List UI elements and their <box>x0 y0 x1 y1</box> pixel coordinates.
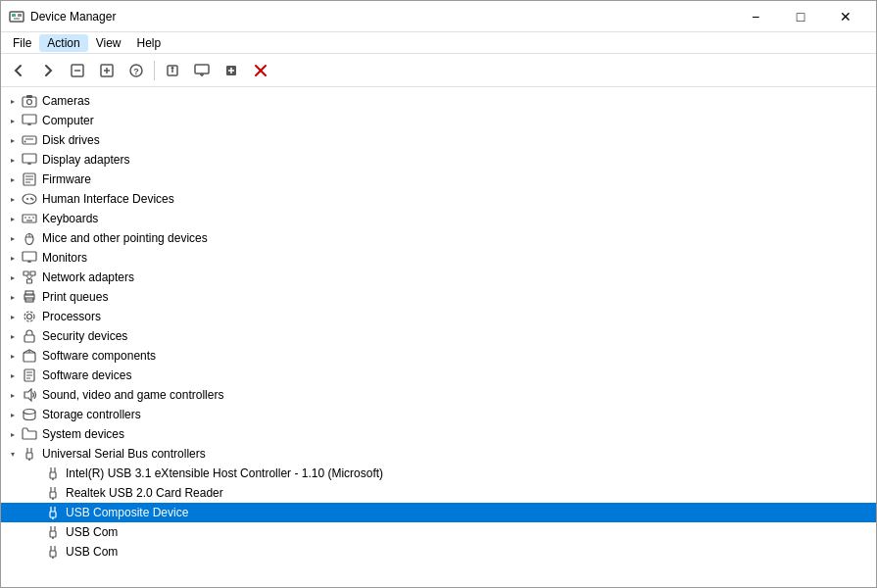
tree-item-realtek-card-reader[interactable]: Realtek USB 2.0 Card Reader <box>1 483 876 503</box>
menu-action[interactable]: Action <box>39 34 87 52</box>
back-button[interactable] <box>5 58 32 83</box>
expander-usb-controllers[interactable] <box>5 446 21 462</box>
expander-firmware[interactable] <box>5 172 21 187</box>
svg-rect-1 <box>12 14 16 17</box>
svg-rect-76 <box>50 472 56 478</box>
expander-cameras[interactable] <box>5 93 21 109</box>
window-controls: − □ ✕ <box>733 1 868 32</box>
device-icon-print-queues <box>21 289 38 305</box>
device-icon-sound-video <box>21 387 38 403</box>
tree-item-keyboards[interactable]: Keyboards <box>1 209 876 228</box>
device-label-software-components: Software components <box>42 349 156 363</box>
svg-rect-50 <box>23 252 36 261</box>
tree-item-computer[interactable]: Computer <box>1 111 876 130</box>
help-button[interactable]: ? <box>122 58 150 83</box>
tree-item-monitors[interactable]: Monitors <box>1 248 876 268</box>
expand-button[interactable] <box>93 58 121 83</box>
device-icon-mice <box>21 230 38 246</box>
tree-item-storage-controllers[interactable]: Storage controllers <box>1 405 876 424</box>
maximize-button[interactable]: □ <box>778 1 823 32</box>
expander-software-components[interactable] <box>5 348 21 364</box>
svg-rect-2 <box>18 14 22 17</box>
expander-disk-drives[interactable] <box>5 132 21 148</box>
tree-item-software-devices[interactable]: Software devices <box>1 366 876 385</box>
device-icon-realtek-card-reader <box>44 485 62 501</box>
tree-item-software-components[interactable]: Software components <box>1 346 876 366</box>
close-button[interactable]: ✕ <box>823 1 868 32</box>
expander-system-devices[interactable] <box>5 426 21 442</box>
device-label-system-devices: System devices <box>42 427 124 441</box>
tree-item-processors[interactable]: Processors <box>1 307 876 326</box>
device-icon-cameras <box>21 93 38 109</box>
svg-rect-21 <box>23 97 36 107</box>
expander-computer[interactable] <box>5 113 21 128</box>
tree-item-disk-drives[interactable]: Disk drives <box>1 130 876 150</box>
expander-display-adapters[interactable] <box>5 152 21 168</box>
svg-rect-23 <box>26 95 32 98</box>
expander-storage-controllers[interactable] <box>5 407 21 422</box>
menu-help[interactable]: Help <box>129 34 170 52</box>
device-label-sound-video: Sound, video and game controllers <box>42 388 223 402</box>
tree-item-firmware[interactable]: Firmware <box>1 170 876 189</box>
tree-item-usb-com2[interactable]: USB Com <box>1 542 876 562</box>
expander-monitors[interactable] <box>5 250 21 266</box>
device-label-mice: Mice and other pointing devices <box>42 231 208 245</box>
expander-print-queues[interactable] <box>5 289 21 305</box>
device-label-firmware: Firmware <box>42 172 91 186</box>
update-driver-button[interactable] <box>159 58 186 83</box>
app-icon <box>9 9 24 24</box>
show-hide-button[interactable] <box>64 58 91 83</box>
svg-point-22 <box>27 100 32 105</box>
tree-item-security-devices[interactable]: Security devices <box>1 326 876 346</box>
tree-item-usb-com1[interactable]: USB Com <box>1 522 876 542</box>
device-icon-software-components <box>21 348 38 364</box>
tree-item-usb-controllers[interactable]: Universal Serial Bus controllers <box>1 444 876 464</box>
tree-item-usb-composite[interactable]: USB Composite Device <box>1 503 876 522</box>
menu-file[interactable]: File <box>5 34 39 52</box>
back-icon <box>12 64 25 77</box>
svg-rect-92 <box>50 551 56 557</box>
add-icon <box>224 64 238 77</box>
expander-processors[interactable] <box>5 309 21 324</box>
tree-item-sound-video[interactable]: Sound, video and game controllers <box>1 385 876 405</box>
expand-icon <box>100 64 114 77</box>
device-label-keyboards: Keyboards <box>42 212 98 225</box>
tree-item-system-devices[interactable]: System devices <box>1 424 876 444</box>
expander-keyboards[interactable] <box>5 211 21 226</box>
tree-item-intel-usb[interactable]: Intel(R) USB 3.1 eXtensible Host Control… <box>1 464 876 483</box>
svg-rect-63 <box>24 335 34 342</box>
device-label-realtek-card-reader: Realtek USB 2.0 Card Reader <box>66 486 223 500</box>
svg-point-62 <box>24 312 34 321</box>
tree-item-display-adapters[interactable]: Display adapters <box>1 150 876 170</box>
tree-item-network-adapters[interactable]: Network adapters <box>1 268 876 287</box>
svg-line-57 <box>29 275 33 279</box>
expander-security-devices[interactable] <box>5 328 21 344</box>
tree-item-mice[interactable]: Mice and other pointing devices <box>1 228 876 248</box>
expander-sound-video[interactable] <box>5 387 21 403</box>
device-icon-usb-composite <box>44 505 62 520</box>
add-button[interactable] <box>218 58 245 83</box>
menu-bar: File Action View Help <box>1 32 876 54</box>
device-icon-human-interface <box>21 191 38 207</box>
device-label-security-devices: Security devices <box>42 329 127 343</box>
device-label-usb-com2: USB Com <box>66 545 118 559</box>
tree-item-human-interface[interactable]: Human Interface Devices <box>1 189 876 209</box>
update-driver-icon <box>166 64 179 77</box>
tree-content[interactable]: CamerasComputerDisk drivesDisplay adapte… <box>1 87 876 587</box>
minimize-button[interactable]: − <box>733 1 778 32</box>
expander-software-devices[interactable] <box>5 368 21 383</box>
device-icon-usb-controllers <box>21 446 38 462</box>
expander-network-adapters[interactable] <box>5 270 21 285</box>
device-label-cameras: Cameras <box>42 94 90 108</box>
expander-mice[interactable] <box>5 230 21 246</box>
device-icon-usb-com1 <box>44 524 62 540</box>
remove-button[interactable] <box>247 58 274 83</box>
device-label-computer: Computer <box>42 114 94 127</box>
tree-item-print-queues[interactable]: Print queues <box>1 287 876 307</box>
monitor-button[interactable] <box>188 58 216 83</box>
expander-human-interface[interactable] <box>5 191 21 207</box>
monitor-icon <box>194 64 210 77</box>
menu-view[interactable]: View <box>88 34 129 52</box>
forward-button[interactable] <box>34 58 62 83</box>
tree-item-cameras[interactable]: Cameras <box>1 91 876 111</box>
